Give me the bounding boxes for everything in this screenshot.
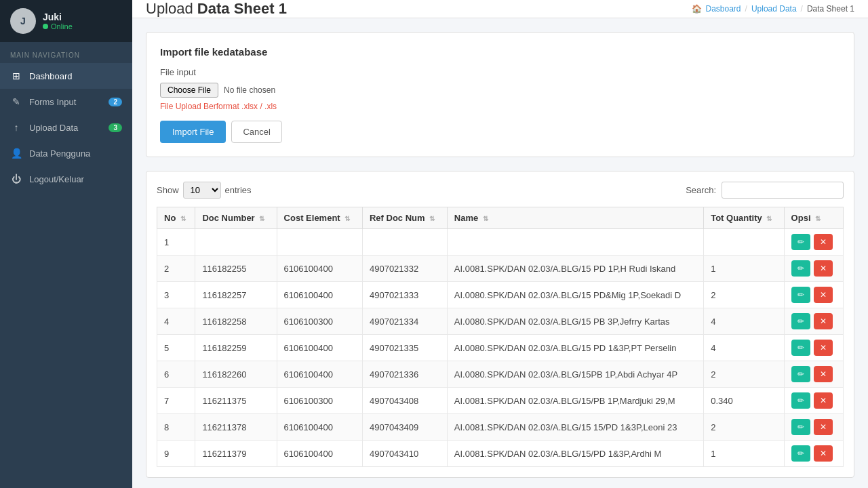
cell-ref_doc_num: 4907043408 (362, 388, 447, 414)
edit-button[interactable]: ✏ (791, 366, 810, 382)
cell-no: 6 (157, 361, 195, 388)
action-btns: ✏ ✕ (791, 366, 836, 382)
sidebar-item-data-pengguna[interactable]: 👤 Data Pengguna (0, 140, 132, 166)
table-body: 1 ✏ ✕ 211618225561061004004907021332AI.0… (157, 229, 844, 467)
show-entries: Show 10 25 50 100 entries (157, 182, 252, 199)
action-btns: ✏ ✕ (791, 392, 836, 409)
breadcrumb-current: Data Sheet 1 (807, 4, 854, 14)
cell-cost_element: 6106100400 (277, 335, 362, 361)
cell-opsi: ✏ ✕ (784, 256, 843, 282)
cell-opsi: ✏ ✕ (784, 388, 843, 414)
edit-button[interactable]: ✏ (791, 287, 810, 303)
cell-tot_quantity: 2 (704, 361, 784, 388)
cell-name: AI.0081.SPK/DAN 02.03/A.BLG/15 PD 1P,H R… (447, 256, 703, 282)
action-btns: ✏ ✕ (791, 313, 836, 329)
cell-name: AI.0081.SPK/DAN 02.03/A.BLG/15 15/PD 1&3… (447, 414, 703, 441)
edit-button[interactable]: ✏ (791, 234, 810, 250)
edit-button[interactable]: ✏ (791, 419, 810, 435)
search-box: Search: (686, 182, 844, 199)
cell-no: 2 (157, 256, 195, 282)
delete-button[interactable]: ✕ (814, 234, 833, 250)
cell-tot_quantity (704, 229, 784, 256)
cell-doc_number: 116182255 (195, 256, 277, 282)
edit-button[interactable]: ✏ (791, 260, 810, 277)
breadcrumb-upload-data[interactable]: Upload Data (751, 4, 797, 14)
cell-name: AI.0080.SPK/DAN 02.03/A.BLG/15 PB 3P,Jef… (447, 308, 703, 335)
edit-button[interactable]: ✏ (791, 313, 810, 329)
status-text: Online (51, 22, 73, 30)
delete-button[interactable]: ✕ (814, 260, 833, 277)
table-row: 711621137561061003004907043408AI.0081.SP… (157, 388, 844, 414)
cell-ref_doc_num: 4907021332 (362, 256, 447, 282)
cancel-button[interactable]: Cancel (231, 121, 281, 143)
main-content: Upload Data Sheet 1 🏠 Dasboard / Upload … (132, 0, 868, 488)
cell-ref_doc_num: 4907043410 (362, 441, 447, 467)
table-controls: Show 10 25 50 100 entries Search: (157, 182, 844, 199)
sidebar-item-label: Forms Input (29, 97, 76, 107)
avatar: J (10, 8, 36, 34)
action-btns: ✏ ✕ (791, 287, 836, 303)
sidebar-item-dashboard[interactable]: ⊞ Dashboard (0, 63, 132, 89)
cell-no: 7 (157, 388, 195, 414)
sidebar-item-label: Logout/Keluar (29, 174, 84, 184)
col-name: Name ⇅ (447, 207, 703, 229)
breadcrumb-sep1: / (745, 4, 747, 14)
dashboard-icon: ⊞ (10, 70, 22, 81)
sidebar-item-upload-data[interactable]: ↑ Upload Data 3 (0, 115, 132, 140)
breadcrumb-dashboard[interactable]: Dasboard (706, 4, 741, 14)
edit-button[interactable]: ✏ (791, 445, 810, 462)
delete-button[interactable]: ✕ (814, 287, 833, 303)
cell-cost_element: 6106100400 (277, 256, 362, 282)
cell-doc_number: 116211375 (195, 388, 277, 414)
delete-button[interactable]: ✕ (814, 392, 833, 409)
cell-opsi: ✏ ✕ (784, 229, 843, 256)
table-head: No ⇅ Doc Number ⇅ Cost Element ⇅ Ref Doc… (157, 207, 844, 229)
cell-doc_number: 116182260 (195, 361, 277, 388)
col-doc-number: Doc Number ⇅ (195, 207, 277, 229)
table-row: 411618225861061003004907021334AI.0080.SP… (157, 308, 844, 335)
cell-ref_doc_num: 4907021334 (362, 308, 447, 335)
cell-tot_quantity: 2 (704, 282, 784, 308)
cell-no: 1 (157, 229, 195, 256)
cell-cost_element: 6106100300 (277, 308, 362, 335)
username: Juki (43, 12, 73, 22)
cell-doc_number: 116182259 (195, 335, 277, 361)
forms-badge: 2 (108, 98, 122, 106)
delete-button[interactable]: ✕ (814, 340, 833, 356)
cell-no: 5 (157, 335, 195, 361)
cell-tot_quantity: 4 (704, 308, 784, 335)
cell-no: 8 (157, 414, 195, 441)
cell-cost_element: 6106100400 (277, 414, 362, 441)
col-tot-quantity: Tot Quantity ⇅ (704, 207, 784, 229)
delete-button[interactable]: ✕ (814, 419, 833, 435)
status-dot (43, 24, 48, 29)
action-btns: ✏ ✕ (791, 340, 836, 356)
sidebar-item-forms-input[interactable]: ✎ Forms Input 2 (0, 89, 132, 115)
cell-cost_element (277, 229, 362, 256)
cell-doc_number (195, 229, 277, 256)
search-input[interactable] (722, 182, 844, 199)
table-row: 211618225561061004004907021332AI.0081.SP… (157, 256, 844, 282)
cell-doc_number: 116211379 (195, 441, 277, 467)
delete-button[interactable]: ✕ (814, 366, 833, 382)
import-file-button[interactable]: Import File (160, 121, 226, 143)
cell-doc_number: 116211378 (195, 414, 277, 441)
action-btns: ✏ ✕ (791, 260, 836, 277)
edit-button[interactable]: ✏ (791, 340, 810, 356)
cell-name: AI.0080.SPK/DAN 02.03/A.BLG/15 PD&Mig 1P… (447, 282, 703, 308)
cell-doc_number: 116182257 (195, 282, 277, 308)
no-file-text: No file chosen (224, 85, 275, 95)
table-row: 511618225961061004004907021335AI.0080.SP… (157, 335, 844, 361)
delete-button[interactable]: ✕ (814, 445, 833, 462)
entries-select[interactable]: 10 25 50 100 (183, 182, 221, 199)
cell-name: AI.0080.SPK/DAN 02.03/A.BLG/15 PD 1&3P,P… (447, 335, 703, 361)
delete-button[interactable]: ✕ (814, 313, 833, 329)
choose-file-button[interactable]: Choose File (160, 83, 218, 98)
sidebar-header: J Juki Online (0, 0, 132, 42)
cell-opsi: ✏ ✕ (784, 361, 843, 388)
file-input-label: File input (160, 67, 840, 77)
sidebar-item-logout[interactable]: ⏻ Logout/Keluar (0, 166, 132, 192)
edit-button[interactable]: ✏ (791, 392, 810, 409)
file-hint: File Upload Berformat .xlsx / .xls (160, 102, 840, 111)
cell-opsi: ✏ ✕ (784, 308, 843, 335)
